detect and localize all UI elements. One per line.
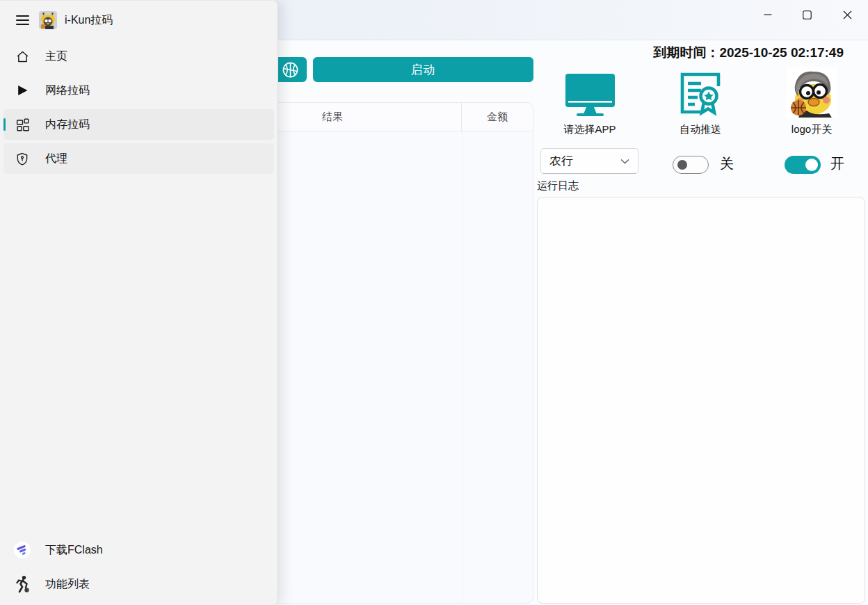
- certificate-icon: [678, 70, 723, 118]
- toggle-knob: [805, 159, 818, 171]
- app-title: i-Kun拉码: [65, 13, 113, 28]
- avatar-image: [786, 67, 837, 118]
- expiry-time: 到期时间：2025-10-25 02:17:49: [536, 44, 844, 62]
- app-window: 启动 结果 金额 到期时间：2025-10-25 02:17:49 请选择APP: [0, 0, 868, 605]
- column-divider: [462, 131, 463, 604]
- minimize-icon: [764, 10, 772, 19]
- app-select-dropdown[interactable]: 农行: [540, 148, 638, 174]
- auto-push-feature: 自动推送: [666, 70, 735, 136]
- sidebar-item-label: 下载FClash: [45, 543, 103, 558]
- app-select-feature: 请选择APP: [555, 72, 625, 136]
- logo-switch-feature: logo开关: [777, 67, 846, 136]
- nav-drawer: i-Kun拉码 主页 网络拉码: [0, 0, 278, 605]
- app-logo-icon: [39, 11, 57, 29]
- sidebar-item-label: 内存拉码: [45, 118, 90, 132]
- toggle-knob: [677, 160, 687, 170]
- close-button[interactable]: [831, 0, 863, 29]
- sidebar-item-proxy[interactable]: 代理: [3, 143, 274, 174]
- logo-switch-label: logo开关: [791, 123, 832, 136]
- monitor-icon: [565, 72, 616, 118]
- chevron-down-icon: [620, 159, 629, 164]
- shield-icon: [14, 152, 31, 166]
- fclash-icon: [14, 541, 31, 559]
- run-log-label: 运行日志: [537, 179, 579, 193]
- minimize-button[interactable]: [752, 0, 784, 29]
- column-header-amount[interactable]: 金额: [462, 103, 533, 131]
- maximize-icon: [803, 10, 812, 19]
- basketball-player-icon: [14, 575, 31, 593]
- auto-push-toggle[interactable]: [673, 156, 709, 174]
- auto-push-label: 自动推送: [680, 123, 721, 136]
- basketball-icon: [281, 60, 300, 79]
- sidebar-item-download-fclash[interactable]: 下载FClash: [3, 535, 274, 565]
- grid-icon: [14, 118, 31, 132]
- sidebar-item-home[interactable]: 主页: [3, 41, 274, 72]
- sidebar-item-label: 网络拉码: [45, 83, 90, 98]
- drawer-footer: 下载FClash 功能列表: [0, 535, 278, 605]
- play-icon: [14, 83, 31, 97]
- basketball-button[interactable]: [273, 57, 307, 82]
- drawer-nav: 主页 网络拉码 内存拉码: [0, 40, 278, 177]
- sidebar-item-label: 主页: [45, 49, 67, 64]
- close-icon: [843, 10, 852, 19]
- maximize-button[interactable]: [791, 0, 823, 29]
- hamburger-menu-button[interactable]: [8, 8, 36, 33]
- home-icon: [14, 49, 31, 64]
- app-select-value: 农行: [549, 153, 573, 169]
- start-button[interactable]: 启动: [313, 57, 533, 82]
- app-select-label: 请选择APP: [563, 123, 616, 136]
- auto-push-state: 关: [720, 154, 734, 173]
- sidebar-item-memory[interactable]: 内存拉码: [3, 109, 274, 140]
- sidebar-item-label: 代理: [45, 152, 67, 166]
- logo-switch-state: 开: [830, 154, 844, 173]
- selected-indicator: [3, 118, 6, 131]
- drawer-header: i-Kun拉码: [0, 1, 278, 40]
- sidebar-item-feature-list[interactable]: 功能列表: [3, 569, 274, 599]
- run-log-output[interactable]: [537, 197, 865, 604]
- logo-switch-toggle[interactable]: [785, 156, 821, 174]
- sidebar-item-network[interactable]: 网络拉码: [3, 75, 274, 106]
- sidebar-item-label: 功能列表: [45, 577, 90, 592]
